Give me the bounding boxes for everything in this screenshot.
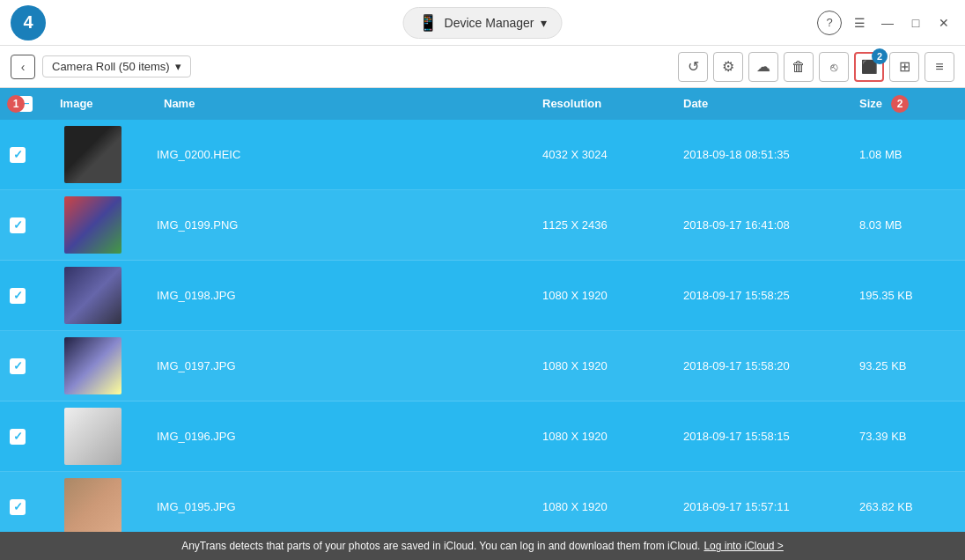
- thumbnail-image: [64, 196, 122, 254]
- delete-button[interactable]: 🗑: [784, 52, 814, 82]
- row-checkbox-wrap: [0, 217, 35, 233]
- row-checkbox[interactable]: [10, 429, 26, 445]
- grid-icon: ⊞: [899, 58, 910, 75]
- grid-view-button[interactable]: ⊞: [889, 52, 919, 82]
- table-row[interactable]: IMG_0197.JPG 1080 X 1920 2018-09-17 15:5…: [0, 331, 965, 402]
- row-checkbox[interactable]: [10, 358, 26, 374]
- export-icon: ⎋: [830, 60, 837, 74]
- table-header: Image Name Resolution Date Size: [0, 88, 965, 120]
- album-dropdown-icon: ▾: [175, 60, 181, 73]
- row-checkbox-wrap: [0, 499, 35, 515]
- row-checkbox[interactable]: [10, 288, 26, 304]
- row-checkbox-wrap: [0, 429, 35, 445]
- step-badge-2: 2: [872, 48, 888, 64]
- row-thumbnail: [35, 408, 150, 465]
- device-manager-label: Device Manager: [445, 16, 534, 30]
- upload-button[interactable]: ☁: [748, 52, 778, 82]
- help-button[interactable]: ?: [817, 11, 842, 35]
- thumbnail-image: [64, 478, 122, 532]
- row-resolution: 1125 X 2436: [542, 218, 683, 232]
- back-icon: ‹: [21, 60, 26, 74]
- header-resolution: Resolution: [542, 97, 683, 110]
- refresh-icon: ↺: [688, 58, 699, 75]
- header-size: Size: [859, 97, 965, 110]
- row-filename: IMG_0198.JPG: [150, 289, 542, 302]
- row-checkbox-wrap: [0, 288, 35, 304]
- upload-icon: ☁: [756, 58, 770, 75]
- toolbar-actions: ↺ ⚙ ☁ 🗑 ⎋ ⬛ 2 ⊞ ≡: [678, 52, 954, 82]
- row-filename: IMG_0195.JPG: [150, 500, 542, 513]
- back-button[interactable]: ‹: [11, 55, 35, 79]
- row-date: 2018-09-17 15:58:15: [683, 430, 859, 443]
- table-body: IMG_0200.HEIC 4032 X 3024 2018-09-18 08:…: [0, 120, 965, 532]
- row-thumbnail: [35, 337, 150, 394]
- row-size: 263.82 KB: [859, 500, 965, 513]
- album-selector[interactable]: Camera Roll (50 items) ▾: [42, 55, 191, 77]
- thumbnail-image: [64, 267, 122, 324]
- status-message: AnyTrans detects that parts of your phot…: [181, 540, 700, 552]
- album-name: Camera Roll (50 items): [52, 60, 170, 73]
- row-date: 2018-09-17 15:58:25: [683, 289, 859, 302]
- table-row[interactable]: IMG_0196.JPG 1080 X 1920 2018-09-17 15:5…: [0, 402, 965, 472]
- row-filename: IMG_0199.PNG: [150, 218, 542, 232]
- table-row[interactable]: IMG_0200.HEIC 4032 X 3024 2018-09-18 08:…: [0, 120, 965, 190]
- toolbar: ‹ Camera Roll (50 items) ▾ ↺ ⚙ ☁ 🗑 ⎋ ⬛ 2…: [0, 46, 965, 88]
- app-logo: 4: [11, 5, 46, 41]
- row-date: 2018-09-17 15:57:11: [683, 500, 859, 513]
- row-filename: IMG_0200.HEIC: [150, 148, 542, 161]
- refresh-button[interactable]: ↺: [678, 52, 708, 82]
- menu-button[interactable]: ☰: [849, 12, 870, 33]
- delete-icon: 🗑: [792, 59, 806, 75]
- row-resolution: 1080 X 1920: [542, 289, 683, 302]
- export-button[interactable]: ⎋: [819, 52, 849, 82]
- restore-button[interactable]: □: [905, 12, 926, 33]
- row-resolution: 4032 X 3024: [542, 148, 683, 161]
- phone-icon: 📱: [418, 13, 438, 33]
- header-date: Date: [683, 97, 859, 110]
- row-resolution: 1080 X 1920: [542, 430, 683, 443]
- minimize-button[interactable]: —: [877, 12, 898, 33]
- row-filename: IMG_0197.JPG: [150, 359, 542, 372]
- settings-icon: ⚙: [722, 58, 734, 75]
- step-number-2: 2: [891, 95, 909, 113]
- thumbnail-image: [64, 337, 122, 394]
- header-image: Image: [42, 97, 157, 110]
- row-size: 8.03 MB: [859, 218, 965, 232]
- header-name: Name: [157, 97, 542, 110]
- list-view-button[interactable]: ≡: [924, 52, 954, 82]
- title-bar-right: ? ☰ — □ ✕: [817, 11, 954, 35]
- step-number-1: 1: [7, 95, 25, 113]
- close-button[interactable]: ✕: [933, 12, 954, 33]
- row-thumbnail: [35, 478, 150, 532]
- row-size: 1.08 MB: [859, 148, 965, 161]
- save-button-wrap: ⬛ 2: [854, 52, 884, 82]
- thumbnail-image: [64, 408, 122, 465]
- status-bar: AnyTrans detects that parts of your phot…: [0, 532, 965, 560]
- row-thumbnail: [35, 196, 150, 254]
- row-thumbnail: [35, 126, 150, 183]
- title-bar: 4 📱 Device Manager ▾ ? ☰ — □ ✕: [0, 0, 965, 46]
- table-row[interactable]: IMG_0198.JPG 1080 X 1920 2018-09-17 15:5…: [0, 261, 965, 331]
- row-size: 195.35 KB: [859, 289, 965, 302]
- row-size: 73.39 KB: [859, 430, 965, 443]
- title-bar-left: 4: [11, 5, 53, 41]
- table-row[interactable]: IMG_0195.JPG 1080 X 1920 2018-09-17 15:5…: [0, 472, 965, 532]
- row-checkbox[interactable]: [10, 499, 26, 515]
- icloud-login-link[interactable]: Log into iCloud >: [703, 540, 783, 552]
- settings-button[interactable]: ⚙: [713, 52, 743, 82]
- row-checkbox-wrap: [0, 358, 35, 374]
- table-row[interactable]: IMG_0199.PNG 1125 X 2436 2018-09-17 16:4…: [0, 190, 965, 261]
- row-checkbox[interactable]: [10, 217, 26, 233]
- row-checkbox-wrap: [0, 147, 35, 163]
- row-thumbnail: [35, 267, 150, 324]
- row-date: 2018-09-17 16:41:08: [683, 218, 859, 232]
- row-resolution: 1080 X 1920: [542, 500, 683, 513]
- dropdown-arrow-icon: ▾: [541, 16, 547, 30]
- row-resolution: 1080 X 1920: [542, 359, 683, 372]
- thumbnail-image: [64, 126, 122, 183]
- title-bar-center: 📱 Device Manager ▾: [403, 7, 563, 39]
- row-size: 93.25 KB: [859, 359, 965, 372]
- row-checkbox[interactable]: [10, 147, 26, 163]
- device-manager-button[interactable]: 📱 Device Manager ▾: [403, 7, 563, 39]
- row-date: 2018-09-18 08:51:35: [683, 148, 859, 161]
